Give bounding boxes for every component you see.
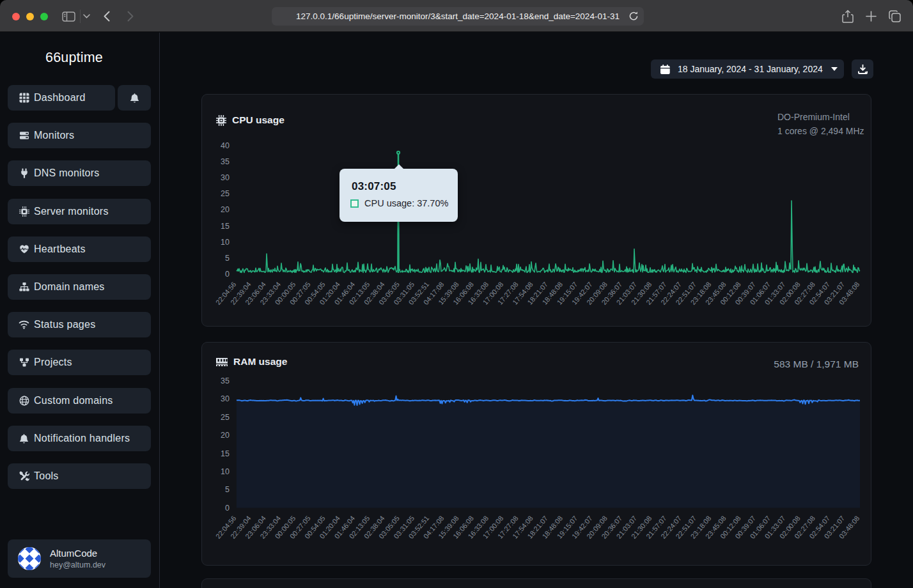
svg-text:30: 30 <box>221 394 230 403</box>
svg-text:40: 40 <box>221 141 230 150</box>
svg-text:0: 0 <box>225 504 230 513</box>
svg-text:25: 25 <box>221 189 230 198</box>
svg-text:10: 10 <box>221 238 230 247</box>
svg-text:30: 30 <box>221 173 230 182</box>
svg-text:15: 15 <box>221 449 230 458</box>
svg-text:35: 35 <box>221 157 230 166</box>
svg-text:20: 20 <box>221 205 230 214</box>
svg-text:35: 35 <box>221 376 230 385</box>
svg-text:5: 5 <box>225 254 230 263</box>
svg-text:20: 20 <box>221 431 230 440</box>
svg-text:25: 25 <box>221 413 230 422</box>
svg-text:5: 5 <box>225 485 230 494</box>
svg-text:15: 15 <box>221 222 230 231</box>
svg-text:0: 0 <box>225 270 230 279</box>
svg-text:10: 10 <box>221 467 230 476</box>
